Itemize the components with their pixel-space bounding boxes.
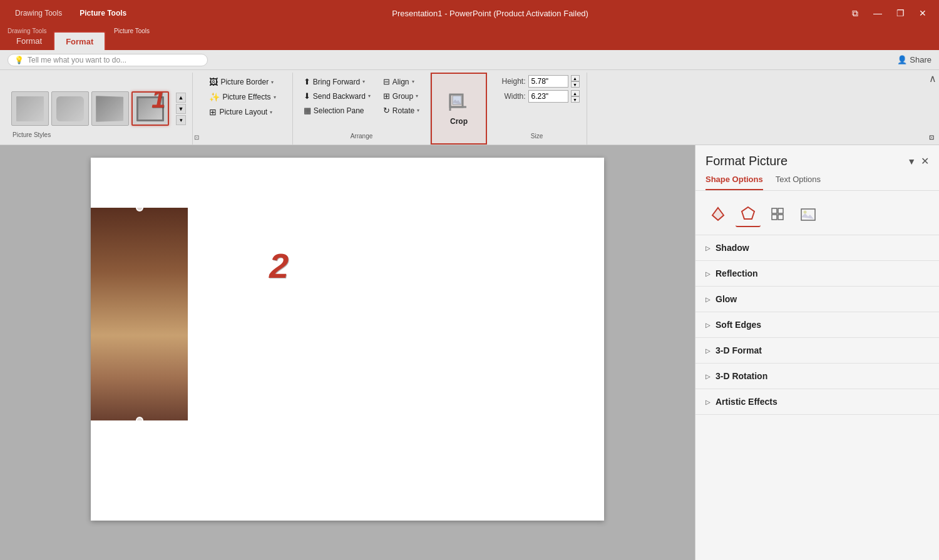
glow-expand-icon: ▷ — [706, 296, 711, 303]
size-section: Height: ▲ ▼ Width: ▲ ▼ Size ⊡ — [487, 73, 587, 145]
arrange-section: ⬆ Bring Forward ▾ ⬇ Send Backward ▾ ▦ Se… — [293, 73, 431, 145]
picture-tools-tab[interactable]: Picture Tools — [71, 0, 135, 26]
layout-icon-btn[interactable] — [766, 202, 791, 227]
bring-forward-icon: ⬆ — [304, 77, 310, 86]
picture-layout-button[interactable]: ⊞ Picture Layout ▾ — [205, 105, 279, 119]
scroll-up-arrow[interactable]: ▲ — [176, 93, 186, 103]
height-decrement-button[interactable]: ▼ — [571, 81, 580, 88]
send-backward-dropdown-arrow: ▾ — [368, 93, 371, 99]
soft-edges-expand-icon: ▷ — [706, 322, 711, 328]
glow-label: Glow — [716, 294, 737, 304]
scroll-down-arrow[interactable]: ▼ — [176, 104, 186, 114]
close-button[interactable]: ✕ — [913, 4, 933, 22]
slide-area: 2 — [0, 145, 695, 560]
panel-header-buttons: ▼ ✕ — [907, 155, 929, 167]
3d-format-section[interactable]: ▷ 3-D Format — [695, 338, 939, 364]
group-button[interactable]: ⊞ Group ▾ — [379, 89, 423, 103]
picture-effects-label: Picture Effects — [222, 93, 270, 101]
crop-section: Crop — [431, 73, 487, 145]
fill-line-icon-btn[interactable] — [706, 202, 731, 227]
picture-icon — [800, 206, 816, 223]
restore-button[interactable]: ⧉ — [845, 4, 865, 22]
tell-me-input[interactable]: 💡 Tell me what you want to do... — [8, 54, 208, 66]
svg-marker-7 — [742, 207, 754, 219]
drawing-tools-tab[interactable]: Drawing Tools — [6, 0, 71, 26]
width-increment-button[interactable]: ▲ — [571, 90, 580, 96]
panel-sections-list: ▷ Shadow ▷ Reflection ▷ Glow ▷ Soft Edge… — [695, 235, 939, 415]
width-row: Width: ▲ ▼ — [495, 90, 580, 103]
artistic-effects-section[interactable]: ▷ Artistic Effects — [695, 389, 939, 415]
width-spinner[interactable]: ▲ ▼ — [571, 90, 580, 103]
tab-format-picture[interactable]: Format — [53, 31, 106, 50]
panel-icon-row — [695, 198, 939, 235]
ribbon: 1 ▲ ▼ ▾ Picture Styles ⊡ 🖼 Picture Borde… — [0, 70, 939, 145]
picture-style-2[interactable] — [51, 91, 89, 126]
picture-styles-expand-icon[interactable]: ⊡ — [194, 134, 199, 141]
minimize-button[interactable]: — — [868, 4, 888, 22]
slide-image-content — [91, 208, 188, 420]
picture-border-button[interactable]: 🖼 Picture Border ▾ — [205, 75, 279, 89]
selection-pane-button[interactable]: ▦ Selection Pane — [300, 104, 374, 117]
scroll-expand-arrow[interactable]: ▾ — [176, 115, 186, 125]
slide-canvas — [91, 158, 604, 521]
artistic-effects-label: Artistic Effects — [716, 397, 777, 407]
svg-rect-8 — [772, 208, 777, 213]
window-controls: ⧉ — ❐ ✕ — [845, 4, 933, 22]
tell-me-placeholder: Tell me what you want to do... — [28, 56, 126, 64]
height-spinner[interactable]: ▲ ▼ — [571, 75, 580, 88]
layout-icon — [770, 206, 786, 223]
picture-style-3[interactable] — [91, 91, 129, 126]
bring-forward-button[interactable]: ⬆ Bring Forward ▾ — [300, 75, 374, 88]
svg-rect-11 — [778, 215, 783, 220]
fill-line-icon — [710, 206, 726, 223]
reflection-section[interactable]: ▷ Reflection — [695, 261, 939, 287]
picture-style-4[interactable]: 1 — [131, 91, 169, 126]
reflection-expand-icon: ▷ — [706, 270, 711, 277]
3d-format-label: 3-D Format — [716, 345, 762, 355]
picture-effects-icon: ✨ — [209, 92, 220, 102]
panel-close-button[interactable]: ✕ — [921, 155, 929, 167]
bring-forward-dropdown-arrow: ▾ — [362, 79, 365, 84]
send-backward-button[interactable]: ⬇ Send Backward ▾ — [300, 89, 374, 103]
height-increment-button[interactable]: ▲ — [571, 75, 580, 81]
width-decrement-button[interactable]: ▼ — [571, 96, 580, 103]
panel-collapse-button[interactable]: ▼ — [907, 156, 916, 166]
align-label: Align — [393, 78, 409, 86]
tab-shape-options[interactable]: Shape Options — [706, 175, 763, 190]
soft-edges-section[interactable]: ▷ Soft Edges — [695, 312, 939, 338]
ribbon-tab-bar: Drawing Tools Picture Tools Format Forma… — [0, 26, 939, 50]
size-expand-icon[interactable]: ⊡ — [929, 134, 934, 141]
ribbon-collapse-arrow[interactable]: ∧ — [929, 73, 936, 84]
align-icon: ⊟ — [383, 77, 390, 86]
picture-icon-btn[interactable] — [796, 202, 821, 227]
width-input[interactable] — [528, 90, 568, 103]
size-label: Size — [531, 133, 543, 142]
arrange-buttons: ⬆ Bring Forward ▾ ⬇ Send Backward ▾ ▦ Se… — [300, 75, 423, 117]
align-button[interactable]: ⊟ Align ▾ — [379, 75, 423, 88]
3d-rotation-section[interactable]: ▷ 3-D Rotation — [695, 364, 939, 389]
rotate-button[interactable]: ↻ Rotate ▾ — [379, 104, 423, 117]
maximize-button[interactable]: ❐ — [890, 4, 910, 22]
shadow-label: Shadow — [716, 243, 749, 253]
style-scroll-arrows[interactable]: ▲ ▼ ▾ — [176, 93, 186, 125]
shadow-section[interactable]: ▷ Shadow — [695, 235, 939, 261]
tab-text-options[interactable]: Text Options — [776, 175, 821, 190]
title-bar: Drawing Tools Picture Tools Presentation… — [0, 0, 939, 26]
panel-header: Format Picture ▼ ✕ — [695, 145, 939, 175]
arrange-col2: ⊟ Align ▾ ⊞ Group ▾ ↻ Rotate ▾ — [379, 75, 423, 117]
main-area: 2 Format Picture ▼ ✕ Shape Options Text … — [0, 145, 939, 560]
crop-button-area[interactable]: Crop — [448, 84, 470, 134]
picture-style-1[interactable] — [11, 91, 49, 126]
picture-border-dropdown-arrow: ▾ — [271, 79, 274, 85]
selection-pane-label: Selection Pane — [314, 106, 364, 115]
width-label: Width: — [495, 92, 526, 101]
effects-icon-btn[interactable] — [736, 202, 761, 227]
height-input[interactable] — [528, 75, 568, 88]
handle-bottom[interactable] — [136, 417, 143, 420]
effects-icon — [740, 206, 756, 222]
picture-effects-button[interactable]: ✨ Picture Effects ▾ — [205, 90, 279, 104]
picture-styles-section: 1 ▲ ▼ ▾ Picture Styles ⊡ — [5, 73, 193, 145]
share-button[interactable]: 👤 Share — [897, 55, 931, 64]
glow-section[interactable]: ▷ Glow — [695, 287, 939, 312]
group-label: Group — [393, 92, 413, 101]
